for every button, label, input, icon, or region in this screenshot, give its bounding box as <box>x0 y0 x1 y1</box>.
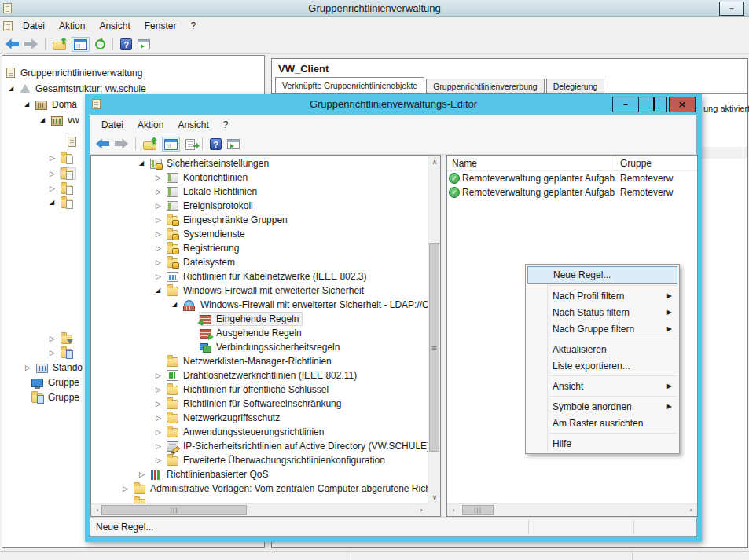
system-menu-icon[interactable] <box>3 21 13 31</box>
tree-item-registry[interactable]: ▷Registrierung <box>91 241 428 255</box>
menuitem-nach-status-filtern[interactable]: Nach Status filtern▶ <box>526 304 679 320</box>
tree-item-qos[interactable]: ▷Richtlinienbasierter QoS <box>91 467 428 481</box>
expand-icon[interactable]: ▷ <box>123 483 134 494</box>
column-gruppe[interactable]: Gruppe <box>615 158 697 169</box>
expand-icon[interactable]: ▷ <box>156 214 167 225</box>
expand-icon[interactable]: ▷ <box>156 370 167 381</box>
tree-item-security-settings[interactable]: ◢Sicherheitseinstellungen <box>91 156 428 170</box>
rule-row[interactable]: ✓Remoteverwaltung geplanter Aufgaben (..… <box>447 171 697 185</box>
tree-item-admin-templates[interactable]: ▷Administrative Vorlagen: Vom zentralen … <box>91 481 428 496</box>
tree-item-network-list-manager[interactable]: Netzwerklisten-Manager-Richtlinien <box>91 354 428 368</box>
help-icon[interactable]: ? <box>210 138 222 150</box>
expand-icon[interactable]: ▷ <box>156 172 167 183</box>
tree-item-inbound-rules[interactable]: Eingehende Regeln <box>91 312 428 326</box>
tree-item-account-policies[interactable]: ▷Kontorichtlinien <box>91 170 428 185</box>
expand-icon[interactable]: ▷ <box>156 229 167 240</box>
expand-icon[interactable]: ▷ <box>156 271 167 282</box>
expand-icon[interactable]: ◢ <box>139 158 150 169</box>
scroll-right-icon[interactable]: › <box>685 504 697 516</box>
expand-icon[interactable]: ▷ <box>139 469 150 480</box>
h-scrollbar[interactable]: ‹ ||| › <box>447 503 697 516</box>
refresh-icon[interactable] <box>95 39 105 49</box>
menuitem-ansicht[interactable]: Ansicht▶ <box>526 378 679 394</box>
menuitem-neue-regel[interactable]: Neue Regel... <box>527 266 677 284</box>
h-scroll-thumb[interactable]: ||| <box>101 505 247 515</box>
menu-datei[interactable]: Datei <box>16 18 52 34</box>
expand-icon[interactable]: ▷ <box>50 333 61 344</box>
expand-icon[interactable]: ◢ <box>50 197 61 208</box>
expand-icon[interactable]: ▷ <box>50 183 61 194</box>
menuitem-hilfe[interactable]: Hilfe <box>526 435 679 452</box>
v-scroll-thumb[interactable]: ≡ <box>429 243 439 452</box>
menu-datei[interactable]: Datei <box>94 117 130 133</box>
minimize-button[interactable]: – <box>719 2 744 16</box>
gpme-titlebar[interactable]: Gruppenrichtlinienverwaltungs-Editor – × <box>85 94 702 115</box>
help-icon[interactable]: ? <box>120 38 132 50</box>
tree-item-root[interactable]: Gruppenrichtlinienverwaltung <box>2 65 264 80</box>
tree-item-local-policies[interactable]: ▷Lokale Richtlinien <box>91 185 428 199</box>
expand-icon[interactable]: ◢ <box>24 99 35 110</box>
tab-inheritance[interactable]: Gruppenrichtlinienvererbung <box>426 79 545 93</box>
tree-item-event-log[interactable]: ▷Ereignisprotokoll <box>91 199 428 213</box>
tree-item-restricted-groups[interactable]: ▷Eingeschränkte Gruppen <box>91 213 428 227</box>
forward-icon[interactable] <box>115 137 128 150</box>
expand-icon[interactable]: ◢ <box>172 299 183 310</box>
tree-item-ipsec[interactable]: ▷IP-Sicherheitsrichtlinien auf Active Di… <box>91 439 428 453</box>
back-icon[interactable] <box>6 38 19 50</box>
tree-item-windows-firewall[interactable]: ◢Windows-Firewall mit erweiterter Sicher… <box>91 284 428 298</box>
expand-icon[interactable]: ▷ <box>156 384 167 395</box>
menuitem-liste-exportieren[interactable]: Liste exportieren... <box>526 357 679 374</box>
menu-hilfe[interactable]: ? <box>216 117 236 133</box>
tree-item-software-restriction[interactable]: ▷Richtlinien für Softwareeinschränkung <box>91 397 428 411</box>
export-list-icon[interactable] <box>185 139 195 150</box>
tree-item-file-system[interactable]: ▷Dateisystem <box>91 255 428 269</box>
expand-icon[interactable]: ▷ <box>156 426 167 437</box>
tree-item-nap[interactable]: ▷Netzwerkzugriffsschutz <box>91 411 428 425</box>
expand-icon[interactable]: ▷ <box>156 243 167 254</box>
expand-icon[interactable]: ▷ <box>156 412 167 423</box>
menuitem-symbole-anordnen[interactable]: Symbole anordnen▶ <box>526 398 679 415</box>
new-window-icon[interactable] <box>227 139 240 149</box>
selected-ou[interactable] <box>61 168 75 179</box>
tree-item-app-control[interactable]: ▷Anwendungssteuerungsrichtlinien <box>91 425 428 439</box>
menu-aktion[interactable]: Aktion <box>52 18 92 34</box>
v-scrollbar[interactable]: ∧ ≡ ∨ <box>428 156 440 503</box>
expand-icon[interactable]: ▷ <box>156 200 167 211</box>
show-console-tree-toggle[interactable] <box>72 37 90 52</box>
menuitem-am-raster-ausrichten[interactable]: Am Raster ausrichten <box>526 415 679 431</box>
up-one-level-icon[interactable] <box>143 141 156 150</box>
expand-icon[interactable]: ▷ <box>50 152 61 163</box>
expand-icon[interactable]: ◢ <box>156 285 167 296</box>
show-console-tree-toggle[interactable] <box>162 137 180 152</box>
menu-aktion[interactable]: Aktion <box>130 117 171 133</box>
close-button[interactable]: × <box>669 97 696 112</box>
h-scroll-thumb[interactable]: ||| <box>462 505 494 515</box>
tree-item-wired-network[interactable]: ▷Richtlinien für Kabelnetzwerke (IEEE 80… <box>91 269 428 284</box>
tab-delegation[interactable]: Delegierung <box>546 79 605 93</box>
column-name[interactable]: Name <box>447 156 615 170</box>
menu-hilfe[interactable]: ? <box>183 18 203 34</box>
forward-icon[interactable] <box>24 38 38 50</box>
expand-icon[interactable]: ◢ <box>9 83 20 94</box>
tree-item-system-services[interactable]: ▷Systemdienste <box>91 227 428 241</box>
tree-item-audit-config[interactable]: ▷Erweiterte Überwachungsrichtlinienkonfi… <box>91 453 428 467</box>
column-header-fragment[interactable]: ung aktiviert <box>703 104 749 113</box>
expand-icon[interactable]: ◢ <box>40 115 51 126</box>
maximize-button[interactable] <box>641 97 667 112</box>
menuitem-nach-profil-filtern[interactable]: Nach Profil filtern▶ <box>526 287 679 304</box>
tree-item-firewall-ldap[interactable]: ◢Windows-Firewall mit erweiterter Sicher… <box>91 298 428 312</box>
new-window-icon[interactable] <box>138 39 150 49</box>
tab-linked-gpos[interactable]: Verknüpfte Gruppenrichtlinienobjekte <box>275 77 424 93</box>
menu-fenster[interactable]: Fenster <box>138 18 184 34</box>
expand-icon[interactable]: ▷ <box>50 168 61 179</box>
menuitem-nach-gruppe-filtern[interactable]: Nach Gruppe filtern▶ <box>526 320 679 337</box>
tree-item-public-key[interactable]: ▷Richtlinien für öffentliche Schlüssel <box>91 382 428 397</box>
expand-icon[interactable]: ▷ <box>156 257 167 268</box>
menuitem-aktualisieren[interactable]: Aktualisieren <box>526 341 679 357</box>
expand-icon[interactable]: ▷ <box>50 347 61 358</box>
rule-row[interactable]: ✓Remoteverwaltung geplanter Aufgaben (..… <box>447 185 697 199</box>
tree-item-outbound-rules[interactable]: Ausgehende Regeln <box>91 326 428 340</box>
scroll-left-icon[interactable]: ‹ <box>447 504 460 516</box>
expand-icon[interactable]: ▷ <box>156 186 167 197</box>
expand-icon[interactable]: ▷ <box>25 362 36 373</box>
